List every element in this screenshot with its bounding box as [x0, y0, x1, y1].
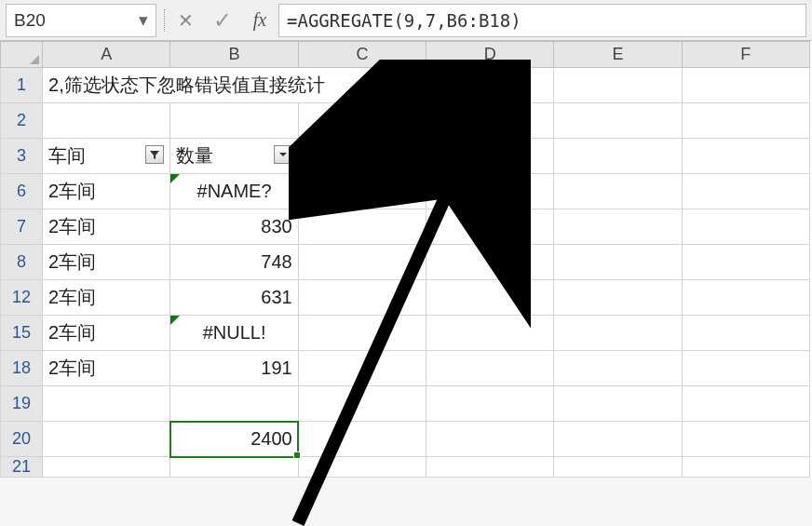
worksheet-grid[interactable]: ABCDEF12,筛选状态下忽略错误值直接统计23车间数量62车间#NAME?7… [0, 41, 812, 478]
active-cell[interactable]: 2400 [170, 422, 298, 457]
name-box-dropdown-icon[interactable]: ▾ [139, 9, 148, 31]
name-box[interactable]: B20 ▾ [6, 4, 156, 37]
cell[interactable] [170, 386, 298, 422]
cell[interactable] [682, 174, 809, 209]
cell[interactable] [298, 209, 426, 245]
column-header-F[interactable]: F [682, 42, 809, 68]
cell[interactable] [298, 245, 426, 280]
cell[interactable]: 631 [170, 280, 298, 316]
cell[interactable] [426, 351, 554, 386]
filter-active-icon[interactable] [145, 145, 164, 164]
cell[interactable]: 2车间 [43, 245, 170, 280]
row-header[interactable]: 21 [1, 457, 43, 478]
cell[interactable] [554, 386, 682, 422]
cell[interactable] [682, 316, 809, 351]
column-header-A[interactable]: A [43, 42, 170, 68]
cell[interactable] [682, 422, 809, 457]
cell[interactable] [426, 174, 554, 209]
cell[interactable] [426, 139, 554, 174]
row-header[interactable]: 3 [1, 139, 43, 174]
cell[interactable]: #NAME? [170, 174, 298, 209]
cell[interactable] [554, 245, 682, 280]
cell[interactable] [554, 103, 682, 139]
cell[interactable] [554, 174, 682, 209]
row-header[interactable]: 18 [1, 351, 43, 386]
cell[interactable] [554, 280, 682, 316]
cell[interactable]: 2车间 [43, 174, 170, 209]
cell[interactable]: #NULL! [170, 316, 298, 351]
column-header-E[interactable]: E [554, 42, 682, 68]
cell[interactable] [554, 68, 682, 103]
cell[interactable]: 2车间 [43, 351, 170, 386]
cell[interactable] [554, 457, 682, 478]
cell[interactable] [554, 422, 682, 457]
cell[interactable] [426, 457, 554, 478]
row-header[interactable]: 8 [1, 245, 43, 280]
formula-input[interactable]: =AGGREGATE(9,7,B6:B18) [278, 4, 806, 37]
filter-dropdown-icon[interactable] [274, 145, 292, 164]
separator [164, 9, 165, 32]
column-header-B[interactable]: B [170, 42, 298, 68]
cell[interactable] [426, 245, 554, 280]
cell[interactable]: 191 [170, 351, 298, 386]
row-header[interactable]: 20 [1, 422, 43, 457]
cell[interactable] [682, 139, 809, 174]
cell[interactable] [682, 351, 809, 386]
cell[interactable] [682, 68, 809, 103]
cell[interactable] [426, 316, 554, 351]
cell[interactable] [554, 351, 682, 386]
cell[interactable] [298, 422, 426, 457]
cell[interactable] [298, 139, 426, 174]
cell[interactable]: 2车间 [43, 316, 170, 351]
row-header[interactable]: 1 [1, 68, 43, 103]
cell[interactable]: 2车间 [43, 280, 170, 316]
cell[interactable]: 数量 [170, 139, 298, 174]
cell[interactable] [682, 457, 809, 478]
cell[interactable] [682, 386, 809, 422]
cell[interactable] [426, 422, 554, 457]
cancel-button[interactable]: ✕ [167, 4, 204, 37]
cell[interactable] [43, 386, 170, 422]
cell[interactable] [554, 139, 682, 174]
cell[interactable] [170, 457, 298, 478]
cell[interactable] [43, 457, 170, 478]
column-header-D[interactable]: D [426, 42, 554, 68]
column-header-C[interactable]: C [298, 42, 426, 68]
cell[interactable] [43, 103, 170, 139]
cell[interactable] [554, 209, 682, 245]
cell[interactable]: 2车间 [43, 209, 170, 245]
cell[interactable] [298, 457, 426, 478]
cell[interactable] [426, 280, 554, 316]
cell[interactable] [298, 280, 426, 316]
cell[interactable] [298, 386, 426, 422]
cell[interactable] [298, 351, 426, 386]
row-header[interactable]: 6 [1, 174, 43, 209]
enter-button[interactable]: ✓ [204, 4, 241, 37]
row-header[interactable]: 19 [1, 386, 43, 422]
cell[interactable] [43, 422, 170, 457]
cell[interactable]: 748 [170, 245, 298, 280]
cell[interactable] [554, 316, 682, 351]
cell[interactable]: 830 [170, 209, 298, 245]
cell[interactable]: 车间 [43, 139, 170, 174]
select-all-corner[interactable] [1, 42, 43, 68]
cell[interactable] [682, 103, 809, 139]
cell[interactable] [682, 280, 809, 316]
row-header[interactable]: 12 [1, 280, 43, 316]
cell[interactable] [426, 68, 554, 103]
cell[interactable] [298, 174, 426, 209]
cell-title[interactable]: 2,筛选状态下忽略错误值直接统计 [43, 68, 426, 103]
cell[interactable] [426, 386, 554, 422]
cell[interactable] [682, 245, 809, 280]
cell[interactable] [426, 209, 554, 245]
fx-icon[interactable]: fx [241, 4, 278, 37]
cell[interactable] [426, 103, 554, 139]
row-header[interactable]: 15 [1, 316, 43, 351]
row-header[interactable]: 2 [1, 103, 43, 139]
row-header[interactable]: 7 [1, 209, 43, 245]
cell[interactable] [298, 316, 426, 351]
cell[interactable] [298, 103, 426, 139]
cell[interactable] [170, 103, 298, 139]
cell[interactable] [682, 209, 809, 245]
name-box-value: B20 [14, 10, 46, 31]
